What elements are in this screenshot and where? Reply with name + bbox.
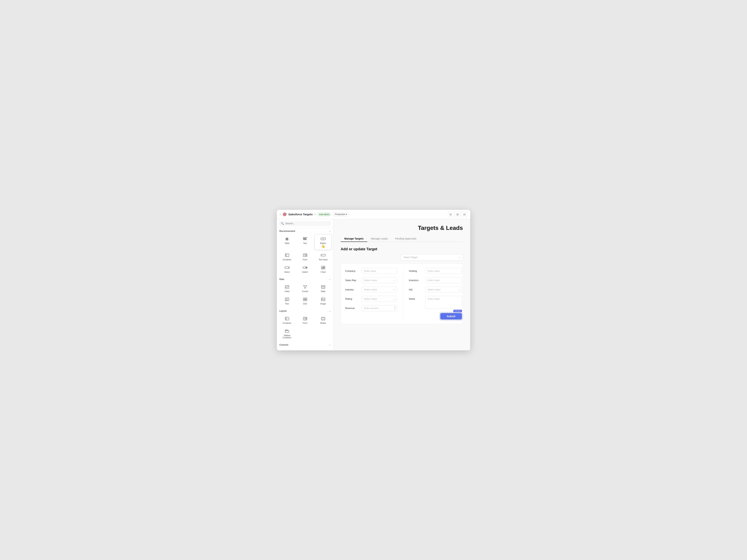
container-icon — [284, 252, 290, 258]
recommended-label: Recommended — [279, 230, 295, 233]
app-title: Salesforce Targets — [288, 213, 313, 216]
component-text-input[interactable]: Text Input — [314, 251, 332, 262]
investors-input[interactable] — [425, 277, 462, 283]
component-table[interactable]: ▦ Table — [278, 234, 295, 250]
component-chart-recommended-label: Chart — [320, 271, 326, 273]
revenue-input[interactable] — [362, 305, 397, 311]
rating-select[interactable]: Select value — [362, 296, 397, 302]
hq-select[interactable]: Select value — [425, 287, 462, 293]
component-image[interactable]: Image — [314, 295, 332, 306]
target-select[interactable]: Select Target — [401, 254, 463, 261]
environment-selector[interactable]: Production ▾ — [333, 212, 349, 216]
recommended-section-header[interactable]: Recommended ⌄ — [277, 228, 333, 234]
switch-icon — [302, 265, 309, 270]
ctrl1-icon — [284, 350, 290, 350]
tab-manage-targets[interactable]: Manage Targets — [341, 236, 367, 242]
component-chart[interactable]: Chart — [314, 263, 332, 275]
svg-rect-6 — [286, 255, 287, 256]
component-ctrl2[interactable] — [297, 348, 314, 350]
text-input-icon — [320, 252, 327, 258]
component-data-table-label: Table — [320, 290, 325, 292]
industry-select-wrapper: Select value — [362, 287, 397, 293]
component-ctrl1[interactable] — [278, 348, 295, 350]
component-layout-form[interactable]: Form — [297, 314, 314, 326]
controls-label: Controls — [279, 344, 288, 346]
form-row-industry: Industry Select value — [345, 287, 397, 293]
revenue-up-arrow[interactable]: ▲ — [394, 306, 395, 308]
svg-marker-22 — [304, 286, 307, 288]
company-input[interactable] — [362, 268, 397, 274]
data-section-header[interactable]: Data ⌄ — [277, 276, 333, 282]
chart-icon — [320, 265, 327, 270]
industry-label: Industry — [345, 287, 362, 291]
svg-rect-12 — [321, 254, 325, 256]
image-icon — [320, 297, 327, 302]
component-form[interactable]: Form — [297, 251, 314, 262]
svg-rect-9 — [305, 254, 306, 255]
env-chevron-icon: ▾ — [346, 213, 347, 216]
ctrl-btn-2[interactable]: ⊟ — [455, 212, 460, 217]
svg-rect-11 — [305, 255, 306, 256]
ctrl-btn-3[interactable]: ⊡ — [462, 212, 467, 217]
component-modal[interactable]: Modal — [314, 314, 332, 326]
revenue-input-wrapper: ▲ ▼ — [362, 305, 397, 311]
component-button-label: Button — [320, 242, 326, 244]
sales-rep-select[interactable]: Select value — [362, 277, 397, 283]
table-icon: ▦ — [284, 236, 290, 241]
back-button[interactable]: ‹ — [280, 213, 281, 216]
component-data-chart[interactable]: Chart — [278, 283, 295, 294]
search-input[interactable] — [285, 222, 329, 225]
revenue-arrows: ▲ ▼ — [394, 306, 395, 310]
component-layout-form-label: Form — [303, 322, 308, 324]
svg-rect-41 — [305, 318, 306, 318]
layout-grid: Container Form Modal — [277, 313, 333, 342]
svg-rect-19 — [323, 267, 323, 268]
submit-button[interactable]: Submit — [440, 313, 462, 320]
holding-input[interactable] — [425, 268, 462, 274]
component-data-text[interactable]: Text — [278, 295, 295, 306]
ctrl-btn-1[interactable]: ⊡ — [448, 212, 454, 217]
data-table-icon — [320, 284, 327, 290]
data-text-icon — [284, 297, 290, 302]
form-row-revenue: Revenue ▲ ▼ — [345, 305, 397, 311]
hq-select-wrapper: Select value — [425, 287, 462, 293]
component-container[interactable]: Container — [278, 251, 295, 262]
title-dropdown-arrow[interactable]: ▾ — [314, 213, 316, 216]
component-button[interactable]: Button 👆 — [314, 234, 332, 250]
component-funnel[interactable]: Funnel — [297, 283, 314, 294]
component-switch-label: Switch — [302, 271, 308, 273]
text-icon — [302, 236, 309, 241]
controls-section-header[interactable]: Controls ⌄ — [277, 342, 333, 347]
tabs-bar: Manage Targets Manage Leads Pending Appr… — [341, 236, 463, 242]
tab-pending-approvals[interactable]: Pending Approvals — [391, 236, 420, 242]
svg-rect-35 — [321, 298, 325, 301]
component-container-label: Container — [283, 259, 291, 261]
component-grid[interactable]: Grid — [297, 295, 314, 306]
component-layout-container[interactable]: Container — [278, 314, 295, 326]
sidebar: 🔍 Recommended ⌄ ▦ Table — [277, 219, 333, 350]
controls-chevron-icon: ⌄ — [329, 344, 331, 346]
svg-rect-1 — [303, 238, 306, 239]
component-text[interactable]: Text — [297, 234, 314, 250]
holding-label: Holding — [409, 268, 425, 272]
component-data-table[interactable]: Table — [314, 283, 332, 294]
component-tabbed-container-label: Tabbed Container — [280, 334, 294, 339]
page-title: Targets & Leads — [341, 224, 463, 231]
revenue-down-arrow[interactable]: ▼ — [394, 308, 395, 310]
layout-section-header[interactable]: Layout ⌄ — [277, 308, 333, 313]
component-select[interactable]: Select — [278, 263, 295, 275]
select-icon — [284, 265, 290, 270]
component-switch[interactable]: Switch — [297, 263, 314, 275]
component-tabbed-container[interactable]: Tabbed Container — [278, 326, 295, 340]
grid-icon — [302, 297, 309, 302]
form-icon — [302, 252, 309, 258]
notes-textarea[interactable] — [425, 296, 462, 309]
data-chevron-icon: ⌄ — [329, 278, 331, 281]
form-row-rating: Rating Select value — [345, 296, 397, 302]
tab-manage-leads[interactable]: Manage Leads — [367, 236, 391, 242]
svg-rect-33 — [303, 299, 305, 301]
layout-chevron-icon: ⌄ — [329, 310, 331, 312]
target-select-wrapper: Select Target — [401, 254, 463, 261]
industry-select[interactable]: Select value — [362, 287, 397, 293]
revenue-label: Revenue — [345, 305, 362, 310]
